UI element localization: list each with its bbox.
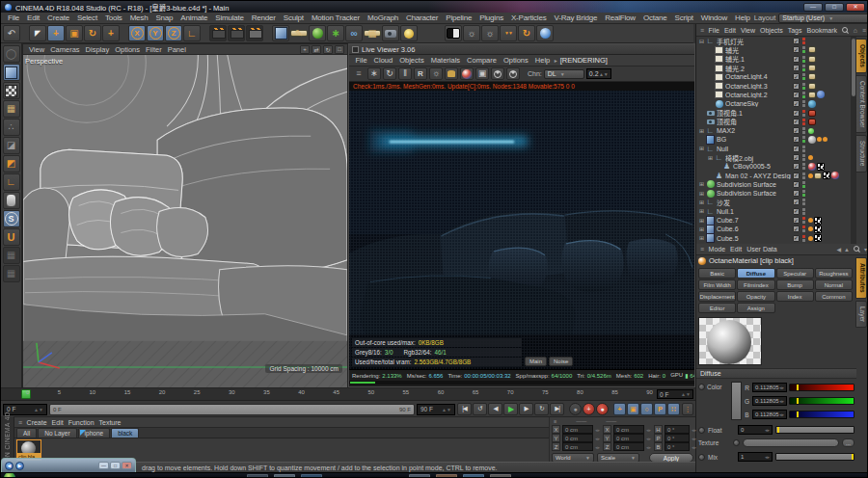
object-row[interactable]: Cube.6 [696, 225, 851, 233]
object-row[interactable]: Cube.7 [696, 216, 851, 225]
menu-item[interactable]: Sculpt [280, 13, 308, 22]
cycle-button[interactable]: ↻ [534, 403, 549, 415]
channel-button[interactable]: Filmindex [737, 279, 774, 290]
expander-icon[interactable] [699, 218, 706, 224]
menu-item[interactable]: Create [43, 13, 73, 22]
channel-value-field[interactable]: 0.112805◂▸ [752, 396, 787, 406]
menu-item[interactable]: Motion Tracker [308, 13, 364, 22]
channel-value-field[interactable]: 0.112805◂▸ [752, 383, 787, 392]
back-icon[interactable]: ◀ [5, 462, 14, 470]
object-tag-icon[interactable] [823, 137, 827, 142]
expander-icon[interactable] [708, 155, 715, 161]
menu-item[interactable]: Animate [176, 13, 211, 22]
key-parameter-toggle[interactable]: P [654, 403, 666, 415]
axis-mode-icon[interactable]: ∟ [3, 173, 20, 191]
octane-bw-icon[interactable] [445, 25, 462, 41]
model-mode-icon[interactable] [3, 64, 20, 81]
enable-checkbox[interactable] [793, 46, 800, 53]
object-row[interactable]: OctaneLight.2 [696, 91, 851, 99]
visibility-dots[interactable] [801, 189, 806, 198]
object-tag-icon[interactable] [808, 65, 816, 71]
autokey-button[interactable]: ● [596, 403, 609, 415]
render-view[interactable]: Out-of-core used/max:0KB/8GB Grey8/16:3/… [349, 91, 694, 369]
current-frame-field[interactable]: 0 F▲▼ [657, 389, 693, 399]
menu-item[interactable]: Octane [639, 13, 671, 22]
keyframe-button[interactable]: ● [569, 403, 582, 415]
object-row[interactable]: 椅模2.obj [696, 153, 851, 162]
object-row[interactable]: 辅光.2 [696, 64, 851, 72]
enable-checkbox[interactable] [793, 154, 800, 161]
perspective-viewport[interactable]: ViewCamerasDisplayOptionsFilterPanel +⇄↻… [22, 43, 348, 387]
magnet-icon[interactable]: U [3, 228, 20, 246]
object-row[interactable]: OctaneLight.4 [696, 72, 851, 81]
object-label[interactable]: OctaneLight.2 [725, 92, 791, 98]
channel-button[interactable]: Bump [776, 279, 814, 290]
taskbar-app[interactable] [274, 474, 295, 478]
visibility-dots[interactable] [801, 91, 806, 99]
enable-checkbox[interactable] [793, 235, 800, 242]
object-row[interactable]: Null [696, 145, 851, 153]
octane-down-icon[interactable]: ▼▼ [500, 25, 517, 41]
visibility-dots[interactable] [801, 180, 806, 189]
channel-button[interactable]: Editor [698, 303, 736, 313]
color-swatch[interactable] [731, 382, 742, 420]
channel-spinner[interactable]: 0.2▲▼ [586, 68, 611, 79]
goto-end-button[interactable]: ▶| [550, 403, 564, 415]
object-row[interactable]: OctaneSky [696, 99, 851, 108]
render-pause-icon[interactable]: ‖ [398, 67, 412, 80]
object-row[interactable]: Subdivision Surface [696, 180, 851, 189]
scale-field[interactable]: 0 cm [613, 425, 644, 434]
add-floor-icon[interactable]: ▦ [364, 30, 381, 37]
visibility-dots[interactable] [801, 207, 806, 216]
object-row[interactable]: 顶视角.1 [696, 108, 851, 117]
viewport-menu-item[interactable]: View [26, 45, 47, 54]
position-field[interactable]: 0 cm [562, 434, 593, 442]
mm-menu-item[interactable]: Texture [96, 419, 123, 426]
channel-button[interactable]: Assign [737, 303, 774, 313]
enable-checkbox[interactable] [793, 146, 800, 152]
object-label[interactable]: Cube.6 [717, 226, 791, 232]
menu-item[interactable]: Render [248, 13, 280, 22]
render-tab[interactable]: Noise [549, 357, 573, 366]
object-tag-icon[interactable] [808, 226, 813, 231]
visibility-dots[interactable] [801, 153, 806, 162]
render-start-icon[interactable]: ∗ [367, 67, 381, 80]
float-slider[interactable] [775, 426, 854, 434]
layer-tab[interactable]: black [111, 428, 139, 438]
channel-slider[interactable] [789, 397, 854, 405]
expander-icon[interactable] [699, 39, 706, 44]
layout-select[interactable]: Startup (User)▼ [778, 13, 868, 23]
channel-button[interactable]: Basic [698, 268, 736, 279]
texture-field[interactable] [743, 438, 839, 447]
position-field[interactable]: 0 cm [562, 442, 593, 451]
live-selection-icon[interactable]: ◤ [29, 25, 46, 41]
om-search-icon[interactable] [841, 26, 850, 35]
channel-toggle-icon[interactable] [698, 427, 705, 434]
add-environment-icon[interactable]: ∞ [345, 25, 363, 41]
lock-resolution-icon[interactable] [445, 67, 458, 80]
object-row[interactable]: 手机灯光 [696, 37, 851, 45]
visibility-dots[interactable] [801, 55, 806, 64]
octane-gear2-icon[interactable]: ☼ [481, 25, 499, 41]
om-home-icon[interactable]: ⌂ [853, 27, 858, 34]
last-tool-icon[interactable]: + [102, 25, 120, 41]
object-row[interactable]: Null.1 [696, 207, 851, 216]
object-row[interactable]: OctaneLight.3 [696, 81, 851, 90]
rotation-field[interactable]: 0 ° [665, 442, 690, 451]
enable-checkbox[interactable] [793, 190, 800, 197]
add-cube-icon[interactable] [272, 25, 289, 41]
rotate-tool-icon[interactable]: ↻ [84, 25, 101, 41]
scale-tool-icon[interactable]: ▣ [66, 25, 83, 41]
visibility-dots[interactable] [801, 216, 806, 225]
polygons-mode-icon[interactable]: ◩ [3, 155, 20, 173]
menu-item[interactable]: File [4, 13, 23, 22]
panel-icon[interactable]: ≡ [554, 418, 556, 424]
taskbar-app[interactable] [490, 474, 511, 478]
position-field[interactable]: 0 cm [562, 425, 593, 434]
panel-tab[interactable]: Content Browser [855, 75, 867, 133]
mm-menu-item[interactable]: Function [66, 419, 96, 426]
lv-menu-item[interactable]: Help [531, 56, 553, 65]
enable-checkbox[interactable] [793, 65, 800, 71]
range-end-handle[interactable]: 90 F [399, 407, 411, 412]
record-button[interactable]: + [583, 403, 595, 415]
